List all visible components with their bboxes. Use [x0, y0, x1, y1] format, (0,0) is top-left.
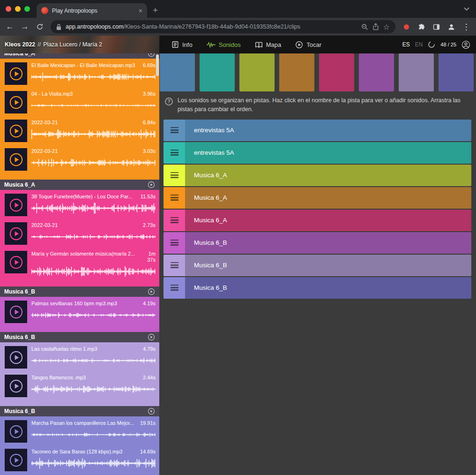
minimize-window-button[interactable] [15, 6, 21, 12]
close-window-button[interactable] [6, 6, 11, 12]
track-section-header[interactable]: Musica 6_B [0, 332, 159, 342]
browser-tab[interactable]: Play Antropoloops × [37, 3, 147, 18]
clip-play-button[interactable] [5, 375, 27, 397]
track-row[interactable]: Musica 6_A [164, 187, 471, 209]
track-color-swatch[interactable] [279, 53, 314, 91]
tab-close-icon[interactable]: × [139, 8, 142, 14]
track-drag-handle[interactable] [164, 142, 185, 164]
tab-search-chevron-icon[interactable] [464, 7, 469, 11]
track-name-button[interactable]: Musica 6_B [185, 277, 471, 299]
track-row[interactable]: Musica 6_A [164, 210, 471, 231]
track-name-button[interactable]: entrevistas 5A [185, 142, 471, 164]
clip-play-button[interactable] [5, 222, 27, 245]
clip-waveform[interactable] [31, 71, 156, 83]
track-drag-handle[interactable] [164, 120, 185, 141]
track-row[interactable]: Musica 6_A [164, 165, 471, 186]
clip-waveform[interactable] [31, 265, 156, 278]
clip-play-button[interactable] [5, 148, 27, 171]
track-name-button[interactable]: Musica 6_A [185, 210, 471, 231]
profile-avatar-icon[interactable] [444, 20, 458, 34]
track-color-swatch[interactable] [439, 53, 474, 91]
zoom-window-button[interactable] [24, 6, 30, 12]
track-section-header[interactable]: Musica 6_A [0, 180, 159, 190]
track-color-swatch[interactable] [399, 53, 434, 91]
clip-play-button[interactable] [5, 251, 27, 273]
clip-play-button[interactable] [5, 346, 27, 369]
clip-main: Tangos flamencos .mp3 2.44s [31, 375, 156, 397]
section-play-icon[interactable] [148, 333, 155, 341]
zoom-icon[interactable] [361, 23, 368, 30]
track-color-swatch[interactable] [359, 53, 394, 91]
section-play-icon[interactable] [148, 407, 155, 415]
track-row[interactable]: entrevistas 5A [164, 120, 471, 141]
clip-play-button[interactable] [5, 62, 27, 85]
clip-play-button[interactable] [5, 194, 27, 216]
track-row[interactable]: Musica 6_B [164, 255, 471, 276]
track-drag-handle[interactable] [164, 187, 185, 209]
track-drag-handle[interactable] [164, 277, 185, 299]
track-drag-handle[interactable] [164, 255, 185, 276]
clip-waveform[interactable] [31, 354, 156, 367]
forward-button[interactable]: → [18, 20, 32, 34]
session-breadcrumb[interactable]: Kleos 2022 // Plaza Lucero / María 2 [0, 36, 159, 53]
clip-waveform[interactable] [31, 231, 156, 243]
clip-waveform[interactable] [31, 309, 156, 321]
nav-tab-tocar[interactable]: Tocar [295, 41, 321, 49]
nav-tab-mapa[interactable]: Mapa [255, 41, 282, 48]
lock-icon[interactable] [56, 23, 61, 30]
nav-tab-sonidos[interactable]: Sonidos [207, 41, 241, 48]
lang-en-button[interactable]: EN [415, 41, 423, 48]
recording-indicator-icon[interactable] [399, 20, 413, 34]
track-section-header[interactable]: Musica 6_A [0, 53, 159, 59]
track-color-swatch[interactable] [319, 53, 354, 91]
track-name-button[interactable]: Musica 6_A [185, 187, 471, 209]
track-drag-handle[interactable] [164, 210, 185, 231]
url-text[interactable]: app.antropoloops.com/Kleos-Santa-Marina/… [66, 23, 357, 30]
track-section-header[interactable]: Musica 6_B [0, 406, 159, 416]
track-drag-handle[interactable] [164, 165, 185, 186]
back-button[interactable]: ← [3, 20, 17, 34]
track-name-button[interactable]: entrevistas 5A [185, 120, 471, 141]
clip-play-button[interactable] [5, 301, 27, 323]
track-row[interactable]: Musica 6_B [164, 277, 471, 299]
clip-waveform[interactable] [31, 383, 156, 395]
track-row[interactable]: Musica 6_B [164, 232, 471, 254]
user-account-icon[interactable] [461, 40, 470, 49]
share-icon[interactable] [372, 23, 379, 30]
reload-button[interactable] [33, 20, 47, 34]
extensions-puzzle-icon[interactable] [414, 20, 428, 34]
track-color-swatch[interactable] [200, 53, 235, 91]
track-name-button[interactable]: Musica 6_B [185, 255, 471, 276]
clip-play-button[interactable] [5, 420, 27, 443]
clip-waveform[interactable] [31, 457, 156, 469]
clips-scrollbar[interactable] [156, 54, 159, 76]
track-row[interactable]: entrevistas 5A [164, 142, 471, 164]
track-name-button[interactable]: Musica 6_A [185, 165, 471, 186]
clip-play-button[interactable] [5, 120, 27, 142]
section-play-icon[interactable] [148, 181, 155, 188]
track-name-button[interactable]: Musica 6_B [185, 232, 471, 254]
clip-play-button[interactable] [5, 91, 27, 113]
bookmark-star-icon[interactable]: ☆ [383, 23, 390, 31]
nav-tab-info[interactable]: Info [171, 41, 193, 48]
track-section-header[interactable]: Musica 6_B [0, 287, 159, 297]
track-drag-handle[interactable] [164, 232, 185, 254]
lang-es-button[interactable]: ES [402, 41, 410, 48]
browser-menu-icon[interactable]: ⋮ [459, 20, 473, 34]
tracks-panel: ? Los sonidos se organizan en pistas. Ha… [159, 53, 476, 475]
clip-waveform[interactable] [31, 99, 156, 112]
section-play-icon[interactable] [148, 53, 155, 57]
clip-waveform[interactable] [31, 429, 156, 441]
address-bar[interactable]: app.antropoloops.com/Kleos-Santa-Marina/… [51, 20, 395, 33]
track-color-swatch[interactable] [239, 53, 275, 91]
clip-play-button[interactable] [5, 449, 27, 471]
new-tab-button[interactable]: + [153, 6, 158, 15]
clip-waveform[interactable] [31, 202, 156, 214]
section-play-icon[interactable] [148, 288, 155, 295]
clip-title: Marcha Pasan los campanilleros Las Mejor… [31, 420, 134, 426]
clip-title: María y Germán solamente música(maría 2.… [31, 251, 135, 263]
track-color-swatch[interactable] [160, 53, 195, 91]
clip-waveform[interactable] [31, 157, 156, 169]
clip-waveform[interactable] [31, 128, 156, 140]
side-panel-icon[interactable] [429, 20, 443, 34]
